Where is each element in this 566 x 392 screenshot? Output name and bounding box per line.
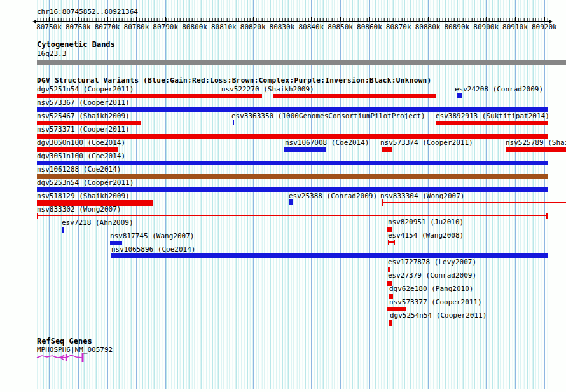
ruler-tick-label: 80860k: [357, 24, 382, 30]
variant-label-esv1727878[interactable]: esv1727878 (Levy2007): [388, 259, 476, 266]
variant-bar-nsv525789[interactable]: [506, 147, 566, 152]
variant-bar-esv3363350[interactable]: [233, 120, 234, 125]
variant-label-dgv5253n54[interactable]: dgv5253n54 (Cooper2011): [37, 179, 134, 186]
variant-label-nsv525789[interactable]: nsv525789 (Shaikh2009): [506, 139, 566, 146]
variant-bracket-tick: [394, 240, 395, 245]
variant-label-esv4154[interactable]: esv4154 (Wang2008): [388, 232, 464, 239]
variant-bar-nsv1065896[interactable]: [111, 253, 548, 258]
variant-label-dgv62e180[interactable]: dgv62e180 (Pang2010): [389, 285, 473, 292]
variant-label-nsv833302[interactable]: nsv833302 (Wong2007): [37, 206, 121, 213]
variant-bar-dgv3051n100[interactable]: [37, 161, 548, 165]
ruler-tick-label: 80880k: [415, 24, 441, 30]
cytoband-bar[interactable]: [37, 60, 566, 65]
ruler-tick-label: 80790k: [153, 24, 178, 30]
ruler-tick-label: 80820k: [240, 24, 266, 30]
variant-line-tick: [382, 199, 383, 206]
variant-label-nsv573377[interactable]: nsv573377 (Cooper2011): [389, 299, 482, 306]
variant-bar-dgv3050n100[interactable]: [37, 147, 118, 152]
ruler-axis-line: [36, 21, 549, 22]
variant-label-nsv525467[interactable]: nsv525467 (Shaikh2009): [37, 112, 130, 119]
variant-bar-dgv5254n54[interactable]: [389, 320, 392, 326]
variant-label-esv25388[interactable]: esv25388 (Conrad2009): [289, 193, 377, 199]
ruler-tick-label: 80890k: [444, 24, 469, 30]
dgv-track-title: DGV Structural Variants (Blue:Gain;Red:L…: [37, 77, 432, 84]
ruler-tick-label: 80910k: [502, 24, 528, 30]
ruler-tick-label: 80830k: [270, 24, 295, 30]
ruler-left-arrow-icon: [32, 20, 36, 24]
variant-label-esv24208[interactable]: esv24208 (Conrad2009): [455, 86, 543, 93]
variant-label-dgv3051n100[interactable]: dgv3051n100 (Coe2014): [37, 152, 125, 159]
variant-label-nsv1065896[interactable]: nsv1065896 (Coe2014): [111, 246, 195, 253]
ruler-tick-label: 80920k: [532, 24, 557, 30]
variant-bar-nsv573377[interactable]: [387, 307, 406, 311]
variant-bracket-tick: [388, 240, 389, 245]
ruler-tick-label: 80800k: [182, 24, 207, 30]
cytoband-label: 16q23.3: [37, 50, 66, 57]
variant-line-nsv833302[interactable]: [37, 215, 548, 216]
refseq-genes-title: RefSeq Genes: [37, 337, 92, 346]
variant-label-dgv3050n100[interactable]: dgv3050n100 (Coe2014): [37, 139, 125, 146]
region-title: chr16:80745852..80921364: [37, 8, 138, 16]
ruler-tick-label: 80850k: [328, 24, 353, 30]
variant-label-esv27379[interactable]: esv27379 (Conrad2009): [388, 272, 476, 279]
ruler-tick-label: 80840k: [298, 24, 324, 30]
variant-label-nsv1061288[interactable]: nsv1061288 (Coe2014): [37, 166, 121, 173]
ruler-tick-label: 80750k: [36, 24, 62, 30]
variant-label-nsv1067008[interactable]: nsv1067008 (Coe2014): [285, 139, 369, 146]
genome-browser-view: chr16:80745852..80921364 80750k80760k807…: [0, 0, 566, 392]
variant-bar-nsv573367[interactable]: [37, 107, 548, 112]
variant-bar-esv24208[interactable]: [457, 93, 462, 98]
variant-label-esv3892913[interactable]: esv3892913 (Suktitipat2014): [436, 112, 549, 119]
variant-bar-esv7218[interactable]: [62, 227, 64, 233]
variant-line-tick: [37, 213, 38, 219]
variant-label-nsv817745[interactable]: nsv817745 (Wang2007): [110, 233, 194, 240]
variant-bar-nsv817745[interactable]: [110, 241, 122, 245]
variant-label-nsv573374[interactable]: nsv573374 (Cooper2011): [380, 139, 473, 146]
cytogenetic-bands-title: Cytogenetic Bands: [37, 41, 115, 49]
variant-bar-nsv525467[interactable]: [37, 121, 141, 125]
variant-label-esv7218[interactable]: esv7218 (Ahn2009): [62, 219, 134, 226]
ruler-tick-label: 80810k: [211, 24, 237, 30]
variant-bar-nsv522270[interactable]: [273, 94, 436, 98]
variant-label-nsv820951[interactable]: nsv820951 (Ju2010): [388, 219, 464, 226]
ruler-tick-label: 80770k: [95, 24, 120, 30]
variant-label-nsv573367[interactable]: nsv573367 (Cooper2011): [37, 99, 130, 106]
variant-bar-esv3892913[interactable]: [436, 121, 548, 125]
variant-label-nsv573371[interactable]: nsv573371 (Cooper2011): [37, 126, 130, 133]
variant-label-dgv5251n54[interactable]: dgv5251n54 (Cooper2011): [37, 86, 134, 93]
variant-label-dgv5254n54[interactable]: dgv5254n54 (Cooper2011): [390, 312, 487, 319]
variant-line-nsv833304[interactable]: [382, 202, 566, 203]
ruler-tick-label: 80900k: [473, 24, 499, 30]
variant-bar-dgv5251n54[interactable]: [37, 94, 262, 98]
variant-label-nsv518129[interactable]: nsv518129 (Shaikh2009): [37, 193, 130, 199]
variant-label-nsv833304[interactable]: nsv833304 (Wong2007): [380, 193, 464, 199]
variant-bar-dgv5253n54[interactable]: [37, 187, 548, 192]
variant-line-tick: [546, 213, 548, 219]
ruler-tick-label: 80760k: [66, 24, 91, 30]
variant-bar-nsv573371[interactable]: [37, 134, 548, 139]
ruler-tick-label: 80870k: [386, 24, 411, 30]
ruler-tick-label: 80780k: [124, 24, 149, 30]
variant-bar-esv25388[interactable]: [289, 199, 293, 205]
variant-label-esv3363350[interactable]: esv3363350 (1000GenomesConsortiumPilotPr…: [231, 112, 425, 119]
variant-bar-nsv1067008[interactable]: [284, 147, 326, 152]
gene-structure-glyph[interactable]: [32, 351, 89, 366]
variant-label-nsv522270[interactable]: nsv522270 (Shaikh2009): [221, 86, 314, 93]
variant-bar-nsv573374[interactable]: [382, 147, 392, 152]
